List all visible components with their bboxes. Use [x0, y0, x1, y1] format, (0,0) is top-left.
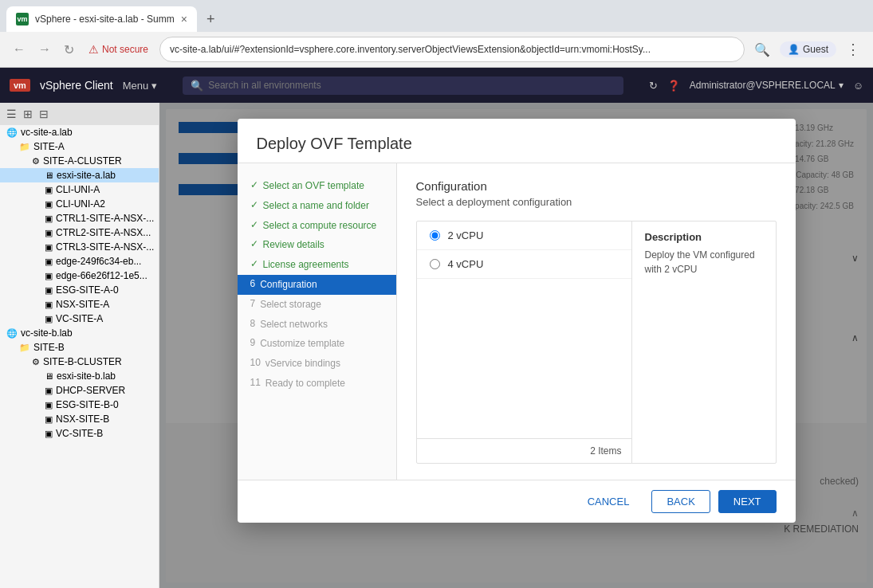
radio-4vcpu[interactable]: [430, 259, 440, 269]
sidebar-icon-vm: ▣: [45, 414, 53, 425]
sidebar-item-vc-site-a-lab[interactable]: 🌐vc-site-a.lab: [0, 125, 159, 139]
sidebar-item-label: ESG-SITE-A-0: [56, 284, 119, 296]
sidebar-item-esxi-site-a-lab[interactable]: 🖥esxi-site-a.lab: [0, 168, 159, 182]
step-8: 8Select networks: [238, 315, 396, 335]
sidebar-item-label: CLI-UNI-A: [56, 184, 100, 195]
option-4vcpu[interactable]: 4 vCPU: [417, 250, 631, 279]
step-label-9: Customize template: [260, 337, 344, 351]
step-2[interactable]: ✓Select a name and folder: [238, 196, 396, 216]
sidebar-item-label: NSX-SITE-A: [56, 299, 109, 310]
sidebar-icon-vm: ▣: [45, 214, 53, 224]
sidebar-icon-host: 🖥: [45, 371, 53, 381]
cancel-button[interactable]: CANCEL: [573, 491, 644, 512]
refresh-icon[interactable]: ↻: [649, 80, 658, 92]
sidebar-item-nsx-site-a[interactable]: ▣NSX-SITE-A: [0, 297, 159, 312]
smiley-icon[interactable]: ☺: [853, 80, 863, 92]
sidebar-icon-vm: ▣: [45, 271, 53, 281]
config-options-list: 2 vCPU 4 vCPU 2 Items: [417, 221, 632, 463]
description-title: Description: [645, 231, 763, 243]
step-9: 9Customize template: [238, 334, 396, 354]
option-2vcpu[interactable]: 2 vCPU: [417, 221, 631, 250]
step-label-2: Select a name and folder: [263, 199, 369, 213]
sidebar-item-ctrl2-site-a-nsx---[interactable]: ▣CTRL2-SITE-A-NSX...: [0, 225, 159, 240]
step-label-7: Select storage: [260, 298, 321, 312]
global-search[interactable]: 🔍: [183, 76, 623, 95]
sidebar-icon-vm: ▣: [45, 185, 53, 195]
active-tab[interactable]: vm vSphere - esxi-site-a.lab - Summ ×: [6, 6, 197, 32]
sidebar-item-vc-site-b-lab[interactable]: 🌐vc-site-b.lab: [0, 326, 159, 340]
sidebar-item-label: vc-site-a.lab: [21, 127, 73, 138]
sidebar-item-ctrl3-site-a-nsx----[interactable]: ▣CTRL3-SITE-A-NSX-...: [0, 240, 159, 254]
next-button[interactable]: NEXT: [718, 490, 777, 513]
sidebar-item-site-b-cluster[interactable]: ⚙SITE-B-CLUSTER: [0, 355, 159, 369]
sidebar-item-cli-uni-a2[interactable]: ▣CLI-UNI-A2: [0, 197, 159, 211]
sidebar-item-cli-uni-a[interactable]: ▣CLI-UNI-A: [0, 182, 159, 197]
sidebar-item-dhcp-server[interactable]: ▣DHCP-SERVER: [0, 383, 159, 398]
step-1[interactable]: ✓Select an OVF template: [238, 176, 396, 196]
sidebar-item-edge-249f6c34-eb---[interactable]: ▣edge-249f6c34-eb...: [0, 254, 159, 269]
sidebar-item-site-b[interactable]: 📁SITE-B: [0, 340, 159, 355]
step-check-icon: ✓: [250, 238, 258, 249]
sidebar-item-esg-site-b-0[interactable]: ▣ESG-SITE-B-0: [0, 398, 159, 412]
back-button[interactable]: ←: [10, 41, 29, 58]
app-header: vm vSphere Client Menu ▾ 🔍 ↻ ❓ Administr…: [0, 68, 873, 103]
label-4vcpu: 4 vCPU: [448, 258, 484, 270]
step-check-icon: ✓: [250, 258, 258, 269]
refresh-button[interactable]: ↻: [61, 41, 77, 59]
user-menu[interactable]: Administrator@VSPHERE.LOCAL ▾: [690, 80, 844, 91]
help-icon[interactable]: ❓: [667, 80, 680, 92]
sidebar-item-label: esxi-site-a.lab: [57, 170, 116, 181]
modal-header: Deploy OVF Template: [238, 119, 796, 163]
radio-2vcpu[interactable]: [430, 230, 440, 241]
sidebar-icon-vm: ▣: [45, 257, 53, 267]
step-5[interactable]: ✓License agreements: [238, 255, 396, 275]
sidebar-item-edge-66e26f12-1e5---[interactable]: ▣edge-66e26f12-1e5...: [0, 269, 159, 283]
forward-button[interactable]: →: [35, 41, 54, 58]
sidebar-item-label: vc-site-b.lab: [21, 327, 73, 339]
sidebar-item-label: CTRL2-SITE-A-NSX...: [56, 227, 151, 238]
step-3[interactable]: ✓Select a compute resource: [238, 216, 396, 236]
search-input[interactable]: [208, 80, 615, 91]
sidebar-item-vc-site-a[interactable]: ▣VC-SITE-A: [0, 312, 159, 326]
tab-favicon: vm: [16, 13, 29, 25]
sidebar-icon-folder: 📁: [19, 142, 30, 152]
sidebar-toggle-btn[interactable]: ☰: [5, 106, 18, 122]
sidebar-item-esg-site-a-0[interactable]: ▣ESG-SITE-A-0: [0, 283, 159, 297]
sidebar-item-vc-site-b[interactable]: ▣VC-SITE-B: [0, 426, 159, 441]
step-label-10: vService bindings: [265, 357, 340, 370]
step-7: 7Select storage: [238, 295, 396, 315]
sidebar-collapse-btn[interactable]: ⊟: [37, 106, 50, 122]
address-bar[interactable]: vc-site-a.lab/ui/#?extensionId=vsphere.c…: [159, 37, 745, 62]
sidebar-item-label: CLI-UNI-A2: [56, 198, 105, 210]
sidebar-expand-btn[interactable]: ⊞: [22, 106, 34, 122]
menu-button[interactable]: Menu ▾: [123, 80, 158, 92]
step-label-11: Ready to complete: [265, 377, 345, 390]
sidebar-item-ctrl1-site-a-nsx----[interactable]: ▣CTRL1-SITE-A-NSX-...: [0, 211, 159, 225]
tab-close-btn[interactable]: ×: [181, 13, 187, 25]
browser-controls: ← → ↻ ⚠ Not secure vc-site-a.lab/ui/#?ex…: [0, 32, 873, 67]
step-6[interactable]: 6Configuration: [238, 275, 396, 295]
back-button[interactable]: BACK: [651, 490, 710, 513]
sidebar-item-site-a-cluster[interactable]: ⚙SITE-A-CLUSTER: [0, 154, 159, 168]
security-label: Not secure: [102, 44, 148, 55]
tab-bar: vm vSphere - esxi-site-a.lab - Summ × +: [0, 0, 873, 32]
step-label-3: Select a compute resource: [263, 219, 377, 233]
options-spacer: [417, 279, 631, 438]
app-title: vSphere Client: [40, 79, 113, 92]
browser-search-icon[interactable]: 🔍: [751, 41, 773, 59]
step-11: 11Ready to complete: [238, 374, 396, 394]
profile-button[interactable]: 👤 Guest: [780, 41, 836, 57]
step-4[interactable]: ✓Review details: [238, 235, 396, 255]
step-check-icon: ✓: [250, 179, 258, 190]
new-tab-button[interactable]: +: [203, 11, 218, 28]
modal-body: ✓Select an OVF template✓Select a name an…: [238, 163, 796, 480]
sidebar-icon-datacenter: 🌐: [6, 328, 18, 339]
sidebar-item-nsx-site-b[interactable]: ▣NSX-SITE-B: [0, 412, 159, 426]
sidebar-item-label: SITE-A: [33, 141, 65, 152]
wizard-steps: ✓Select an OVF template✓Select a name an…: [238, 163, 397, 480]
sidebar-item-esxi-site-b-lab[interactable]: 🖥esxi-site-b.lab: [0, 369, 159, 383]
sidebar-item-label: CTRL1-SITE-A-NSX-...: [56, 213, 154, 224]
browser-menu-button[interactable]: ⋮: [843, 39, 863, 60]
sidebar-item-site-a[interactable]: 📁SITE-A: [0, 139, 159, 154]
step-label-6: Configuration: [260, 278, 317, 292]
